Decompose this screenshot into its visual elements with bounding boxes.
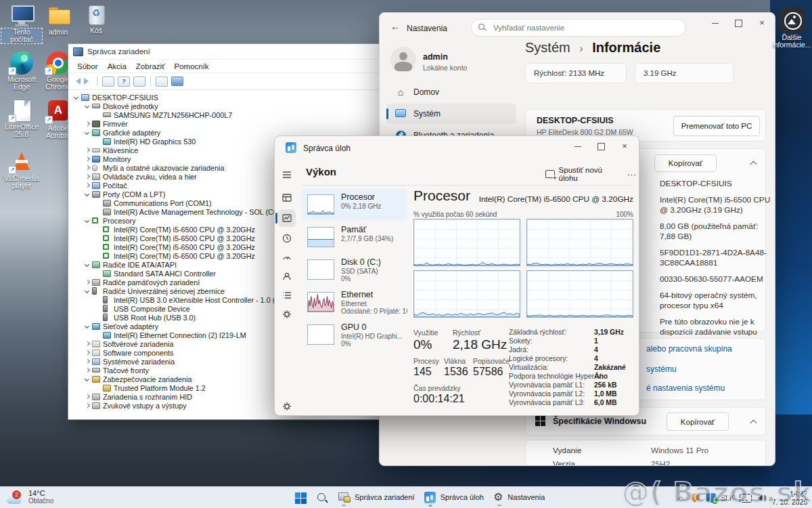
- expand-chevron-icon[interactable]: [83, 375, 91, 383]
- desktop-icon-more-info[interactable]: Ďalšie informácie...: [772, 7, 811, 49]
- expand-chevron-icon[interactable]: [83, 340, 91, 348]
- tab-app-history-icon[interactable]: [278, 230, 296, 247]
- sidebar-item-system[interactable]: Systém: [386, 104, 516, 124]
- sidebar-item-sub: 0% 2,18 GHz: [341, 203, 407, 210]
- menu-file[interactable]: Súbor: [72, 62, 103, 70]
- task-manager-window-controls: ×: [568, 139, 635, 154]
- tm-sidebar-ethernet[interactable]: EthernetEthernetOdoslané: 0 Prijaté: 16,…: [302, 287, 407, 318]
- tab-performance-icon[interactable]: [278, 209, 296, 227]
- expand-chevron-icon[interactable]: [83, 164, 91, 172]
- expand-chevron-icon[interactable]: [83, 287, 91, 295]
- expand-chevron-icon[interactable]: [83, 190, 91, 198]
- running-indicator: [342, 505, 346, 507]
- collapse-chevron-icon[interactable]: [750, 419, 757, 425]
- hamburger-menu-icon[interactable]: [278, 166, 296, 184]
- expand-chevron-icon[interactable]: [72, 93, 81, 102]
- desktop-icon-edge[interactable]: ↗ Microsoft Edge: [1, 51, 42, 91]
- taskbar-app-task-manager[interactable]: Správca úloh: [424, 492, 484, 505]
- chrome-icon: ↗: [46, 51, 70, 75]
- desktop: Tento počítač admin ♻ Kôš ↗ Microsoft Ed…: [0, 0, 812, 508]
- rename-pc-button[interactable]: Premenovať toto PC: [673, 116, 760, 136]
- start-button[interactable]: [295, 492, 307, 504]
- device-label: Trusted Platform Module 1.2: [114, 384, 206, 392]
- stat-row: Virtualizácia:Zakázané: [509, 364, 635, 371]
- expand-chevron-icon[interactable]: [83, 358, 91, 366]
- expand-chevron-icon[interactable]: [83, 322, 91, 331]
- close-button[interactable]: ×: [614, 139, 635, 154]
- expand-chevron-icon[interactable]: [83, 278, 91, 287]
- show-console-tree-icon[interactable]: [102, 77, 114, 87]
- expand-chevron-icon[interactable]: [83, 261, 91, 269]
- copy-button[interactable]: Kopírovať: [654, 154, 717, 172]
- breadcrumb-section[interactable]: Systém: [525, 40, 570, 55]
- forward-icon[interactable]: [84, 78, 92, 85]
- tm-sidebar-pam-[interactable]: Pamäť2,7/7,9 GB (34%): [302, 221, 407, 253]
- desktop-icon-recycle-bin[interactable]: ♻ Kôš: [76, 3, 116, 35]
- link-domain-workgroup[interactable]: alebo pracovná skupina: [646, 344, 732, 354]
- cloud-icon: 2: [5, 492, 23, 505]
- desktop-icon-this-pc[interactable]: Tento počítač: [1, 4, 42, 43]
- tab-startup-apps-icon[interactable]: [278, 249, 296, 266]
- avatar[interactable]: [390, 47, 416, 72]
- back-icon[interactable]: ←: [390, 21, 400, 32]
- spec-value: Intel(R) Core(TM) i5-6500 CPU @ 3.20GHz …: [660, 195, 771, 215]
- link-advanced-system-settings[interactable]: é nastavenia systému: [646, 383, 725, 393]
- tm-sidebar-gpu-0[interactable]: GPU 0Intel(R) HD Graphi...0%: [302, 319, 407, 350]
- expand-chevron-icon[interactable]: [83, 393, 91, 401]
- settings-gear-icon[interactable]: [278, 398, 296, 415]
- cpu-core-graph: [413, 219, 520, 266]
- weather-widget[interactable]: 2 14°C Oblačno: [5, 489, 53, 505]
- stat-label: Vlákna: [444, 357, 466, 365]
- divider: [302, 185, 633, 186]
- more-options-icon[interactable]: ...: [627, 167, 637, 177]
- taskbar-app-settings[interactable]: ⚙ Nastavenia: [493, 492, 545, 504]
- system-icon: [394, 108, 407, 119]
- tm-sidebar-procesor[interactable]: Procesor0% 2,18 GHz: [302, 189, 407, 220]
- cpu-core-graph: [413, 270, 520, 318]
- desktop-icon-admin-folder[interactable]: admin: [38, 4, 78, 36]
- expand-chevron-icon[interactable]: [83, 349, 91, 357]
- menu-action[interactable]: Akcia: [103, 62, 131, 70]
- taskbar-app-device-manager[interactable]: Správca zariadení: [338, 492, 415, 504]
- expand-chevron-icon[interactable]: [83, 155, 91, 163]
- maximize-button[interactable]: [591, 139, 612, 154]
- run-new-task-button[interactable]: Spustiť novú úlohu: [545, 166, 621, 182]
- desktop-icon-libreoffice[interactable]: ↗ LibreOffice 25.8: [1, 99, 42, 138]
- expand-chevron-icon[interactable]: [83, 366, 91, 375]
- tab-services-icon[interactable]: [278, 305, 296, 323]
- expand-chevron-icon[interactable]: [83, 173, 91, 181]
- scan-hardware-icon[interactable]: [156, 77, 168, 87]
- minimize-button[interactable]: [568, 139, 588, 154]
- tab-details-icon[interactable]: [278, 287, 296, 304]
- taskbar-search-icon[interactable]: [316, 492, 328, 504]
- tm-sidebar-disk-0-c-[interactable]: Disk 0 (C:)SSD (SATA)0%: [302, 254, 407, 285]
- computer-icon[interactable]: [171, 77, 183, 86]
- expand-chevron-icon[interactable]: [83, 129, 91, 137]
- properties-icon[interactable]: [133, 77, 145, 87]
- tab-processes-icon[interactable]: [278, 189, 296, 207]
- sidebar-item-home[interactable]: ⌂ Domov: [386, 82, 516, 102]
- menu-view[interactable]: Zobraziť: [131, 62, 170, 70]
- bazos-watermark: @( Bazos.sk: [622, 477, 812, 508]
- tab-users-icon[interactable]: [278, 268, 296, 285]
- desktop-icon-vlc[interactable]: ↗ VLC media player: [1, 150, 42, 190]
- stat-value: 0:00:14:21: [413, 393, 465, 405]
- security-icon: [92, 376, 100, 383]
- toolbar-separator: [97, 76, 97, 87]
- mini-graph: [307, 194, 334, 215]
- menu-help[interactable]: Pomocník: [169, 62, 213, 70]
- copy-button[interactable]: Kopírovať: [667, 412, 729, 431]
- cpu-core-graph: [526, 219, 633, 266]
- help-icon[interactable]: ?: [118, 77, 130, 87]
- expand-chevron-icon[interactable]: [83, 120, 91, 128]
- task-manager-rail: [275, 159, 299, 416]
- expand-chevron-icon[interactable]: [83, 217, 91, 225]
- expand-chevron-icon[interactable]: [83, 146, 91, 154]
- expand-chevron-icon[interactable]: [83, 402, 91, 410]
- collapse-chevron-icon[interactable]: [750, 160, 757, 167]
- link-system-protection[interactable]: systému: [646, 364, 677, 374]
- expand-chevron-icon[interactable]: [83, 182, 91, 190]
- shortcut-arrow-icon: ↗: [8, 67, 16, 75]
- expand-chevron-icon[interactable]: [83, 102, 91, 110]
- back-icon[interactable]: [72, 78, 81, 85]
